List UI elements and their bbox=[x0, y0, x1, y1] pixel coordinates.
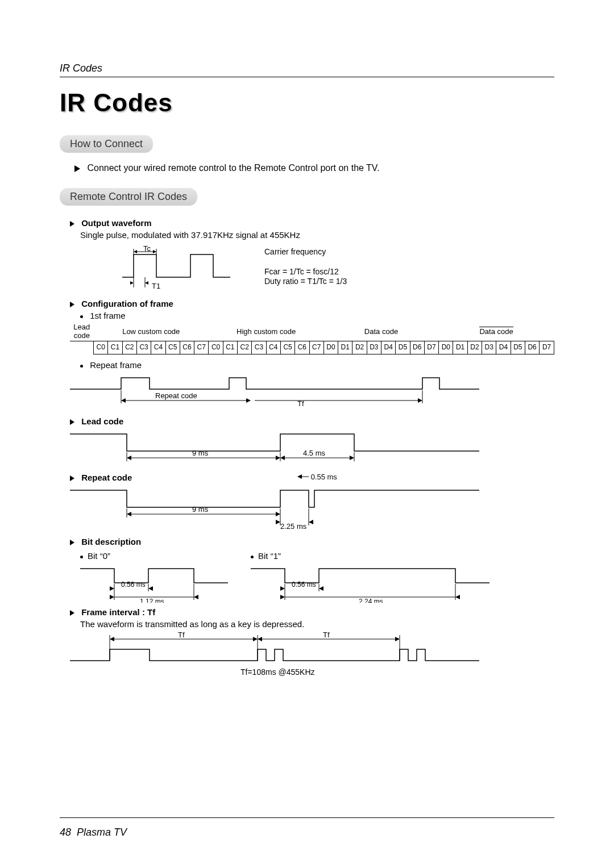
rule-bottom bbox=[60, 817, 554, 818]
bit-cell: D6 bbox=[525, 341, 539, 354]
bit0-block: Bit “0” 0.56 ms 1.12 ms bbox=[80, 549, 228, 603]
bit-cell: C6 bbox=[295, 341, 309, 354]
hdr-data: Data code bbox=[323, 323, 438, 341]
bit-desc-label: Bit description bbox=[81, 537, 141, 546]
bit-cell: D1 bbox=[338, 341, 352, 354]
frame-interval-heading: Frame interval : Tf bbox=[70, 607, 554, 617]
lead-code-heading: Lead code bbox=[70, 416, 554, 426]
bit0-diagram: 0.56 ms 1.12 ms bbox=[80, 563, 228, 603]
config-frame-heading: Configuration of frame bbox=[70, 299, 554, 308]
label-tf: Tf bbox=[297, 399, 304, 408]
svg-marker-13 bbox=[246, 398, 251, 403]
bit-cell: C7 bbox=[309, 341, 323, 354]
bit-cell: D4 bbox=[381, 341, 396, 354]
label-tf2: Tf bbox=[323, 632, 330, 639]
triangle-icon bbox=[70, 419, 74, 425]
bit0-label: Bit “0” bbox=[88, 551, 110, 561]
svg-marker-42 bbox=[110, 595, 114, 599]
hdr-data-inv: Data code bbox=[439, 323, 554, 341]
svg-marker-58 bbox=[110, 637, 114, 641]
repeat-frame-diagram: Repeat code Tf bbox=[70, 372, 479, 412]
label-225ms: 2.25 ms bbox=[280, 522, 307, 530]
svg-marker-52 bbox=[455, 595, 460, 599]
bit1-block: Bit “1” 0.56 ms 2.24 ms bbox=[251, 549, 489, 603]
lead-cell bbox=[70, 341, 94, 354]
svg-marker-59 bbox=[253, 637, 258, 641]
bit-cell: C0 bbox=[209, 341, 223, 354]
bit-desc-heading: Bit description bbox=[70, 537, 554, 546]
running-head: IR Codes bbox=[60, 62, 554, 74]
connect-text: Connect your wired remote control to the… bbox=[87, 163, 379, 173]
label-055ms: 0.55 ms bbox=[311, 473, 337, 481]
svg-marker-20 bbox=[127, 456, 131, 460]
bit-cell: D0 bbox=[439, 341, 453, 354]
section-ir-codes: Remote Control IR Codes bbox=[60, 188, 197, 206]
first-frame-text: 1st frame bbox=[90, 311, 126, 320]
triangle-icon bbox=[74, 165, 80, 172]
bit-cell: C1 bbox=[223, 341, 237, 354]
section-how-to-connect: How to Connect bbox=[60, 135, 153, 153]
bit-cell: C5 bbox=[165, 341, 180, 354]
svg-marker-40 bbox=[148, 586, 153, 591]
bit-cell: D0 bbox=[323, 341, 338, 354]
bit-cell: D7 bbox=[540, 341, 554, 354]
label-t1: T1 bbox=[152, 282, 160, 290]
book-title: Plasma TV bbox=[77, 827, 127, 838]
bullet-icon bbox=[80, 315, 83, 318]
bit-cell: C3 bbox=[252, 341, 266, 354]
repeat-code-heading: Repeat code 0.55 ms bbox=[70, 473, 554, 482]
label-056: 0.56 ms bbox=[121, 581, 146, 589]
label-tf1: Tf bbox=[178, 632, 185, 639]
svg-marker-24 bbox=[350, 456, 354, 460]
hdr-low-custom: Low custom code bbox=[94, 323, 209, 341]
bit-cell: C2 bbox=[238, 341, 252, 354]
svg-marker-15 bbox=[418, 398, 422, 403]
label-tf-val: Tf=108ms @455KHz bbox=[240, 667, 315, 677]
hdr-lead: Lead code bbox=[70, 323, 94, 341]
repeat-code-diagram: 9 ms 2.25 ms bbox=[70, 485, 479, 530]
rule-top bbox=[60, 77, 554, 77]
label-repeat-code: Repeat code bbox=[155, 391, 197, 400]
label-9ms-r: 9 ms bbox=[192, 505, 209, 514]
triangle-icon bbox=[70, 540, 74, 545]
page: IR Codes IR Codes How to Connect Connect… bbox=[0, 0, 614, 868]
triangle-icon bbox=[70, 302, 74, 307]
hdr-high-custom: High custom code bbox=[209, 323, 323, 341]
bit-cell: C4 bbox=[266, 341, 280, 354]
svg-marker-12 bbox=[121, 398, 126, 403]
bit-cell: C7 bbox=[194, 341, 209, 354]
bit-cell: D4 bbox=[496, 341, 511, 354]
svg-marker-4 bbox=[153, 250, 156, 253]
lead-code-diagram: 9 ms 4.5 ms bbox=[70, 428, 479, 468]
first-frame-label: 1st frame bbox=[80, 311, 554, 320]
frame-interval-diagram: Tf Tf Tf=108ms @455KHz bbox=[70, 632, 479, 681]
svg-marker-34 bbox=[276, 520, 280, 524]
bit-cell: C2 bbox=[122, 341, 136, 354]
page-title: IR Codes bbox=[60, 89, 554, 117]
frame-interval-label: Frame interval : Tf bbox=[81, 607, 155, 617]
bit-desc-row: Bit “0” 0.56 ms 1.12 ms Bit “1” 0.56 ms bbox=[80, 549, 554, 603]
output-waveform-heading: Output waveform bbox=[70, 218, 554, 228]
label-duty: Duty ratio = T1/Tc = 1/3 bbox=[264, 277, 347, 286]
triangle-icon bbox=[70, 610, 74, 616]
svg-marker-35 bbox=[309, 520, 313, 524]
label-fcar: Fcar = 1/Tc = fosc/12 bbox=[264, 267, 339, 276]
bit-cell: D2 bbox=[467, 341, 482, 354]
bit-cell: D6 bbox=[410, 341, 424, 354]
label-056b: 0.56 ms bbox=[292, 581, 316, 589]
connect-line: Connect your wired remote control to the… bbox=[74, 163, 554, 173]
label-45ms: 4.5 ms bbox=[303, 449, 326, 457]
repeat-frame-text: Repeat frame bbox=[90, 360, 142, 370]
bit-cell: D3 bbox=[367, 341, 381, 354]
bit-cell: C6 bbox=[180, 341, 194, 354]
bullet-icon bbox=[80, 365, 83, 368]
footer: 48 Plasma TV bbox=[60, 827, 127, 838]
svg-marker-62 bbox=[395, 637, 400, 641]
bit-cell: D3 bbox=[482, 341, 496, 354]
svg-marker-43 bbox=[194, 595, 198, 599]
triangle-icon bbox=[70, 221, 74, 227]
svg-marker-23 bbox=[280, 456, 285, 460]
bit-cell: D2 bbox=[352, 341, 367, 354]
label-112: 1.12 ms bbox=[140, 598, 164, 603]
bit-cell: C1 bbox=[108, 341, 122, 354]
